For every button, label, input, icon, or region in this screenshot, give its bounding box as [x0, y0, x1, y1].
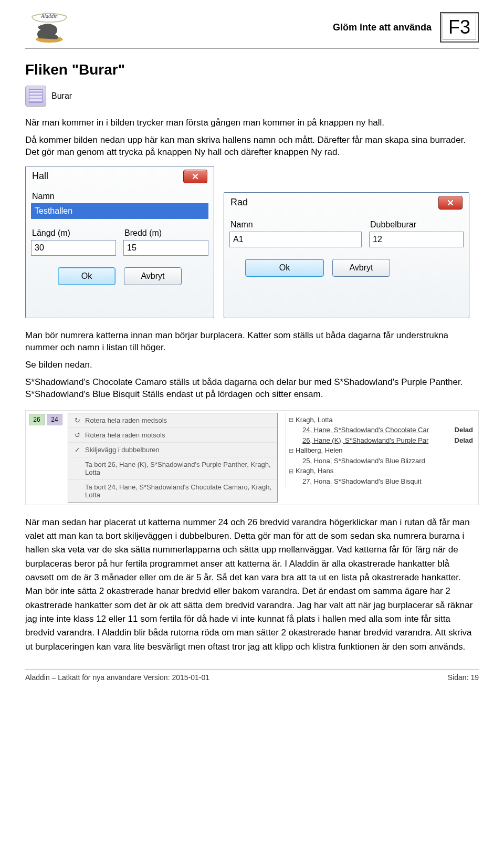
- hall-width-label: Bredd (m): [124, 228, 208, 238]
- svg-text:Aladdin: Aladdin: [40, 13, 58, 19]
- context-screenshot: 26 24 ↻ Rotera hela raden medsols ↺ Rote…: [25, 410, 479, 505]
- footer-left: Aladdin – Latkatt för nya användare Vers…: [25, 673, 209, 682]
- rotate-ccw-icon: ↺: [74, 431, 81, 438]
- cat-name: 26, Hane (K), S*Shadowland's Purple Par: [302, 435, 450, 446]
- collapse-icon: ⊟: [289, 467, 293, 476]
- paragraph-5: När man sedan har placerat ut katterna n…: [25, 516, 479, 654]
- dialog-hall-title: Hall: [32, 171, 48, 182]
- tree-owner[interactable]: ⊟Kragh, Lotta: [289, 415, 473, 425]
- cat-name: 25, Hona, S*Shadowland's Blue Blizzard: [302, 456, 473, 466]
- header-reminder: Glöm inte att använda: [333, 22, 432, 33]
- ctx-label: Rotera hela raden motsols: [85, 431, 165, 439]
- check-icon: ✓: [74, 446, 81, 453]
- owner-tree: ⊟Kragh, Lotta 24, Hane, S*Shadowland's C…: [285, 413, 476, 489]
- ctx-label: Ta bort 26, Hane (K), S*Shadowland's Pur…: [85, 461, 272, 476]
- rad-name-input[interactable]: [229, 232, 362, 247]
- hall-name-label: Namn: [32, 192, 208, 201]
- owner-name: Kragh, Lotta: [296, 415, 333, 425]
- cat-tag: Delad: [455, 435, 473, 446]
- footer-rule: [25, 670, 479, 670]
- ctx-divider[interactable]: ✓ Skiljevägg i dubbelburen: [68, 443, 277, 457]
- f3-key-box: F3: [440, 12, 479, 43]
- tree-cat[interactable]: 25, Hona, S*Shadowland's Blue Blizzard: [289, 456, 473, 466]
- hall-length-label: Längd (m): [32, 228, 116, 238]
- burar-tab-chip: Burar: [25, 86, 83, 107]
- context-menu: ↻ Rotera hela raden medsols ↺ Rotera hel…: [68, 413, 278, 503]
- dialog-rad-title: Rad: [230, 197, 248, 208]
- paragraph-3b: Se bilden nedan.: [25, 359, 479, 371]
- owner-name: Kragh, Hans: [296, 466, 333, 476]
- ctx-label: Skiljevägg i dubbelburen: [85, 446, 160, 454]
- blank-icon: [74, 487, 81, 495]
- footer-right: Sidan: 19: [448, 673, 479, 682]
- tree-cat[interactable]: 27, Hona, S*Shadowland's Blue Bisquit: [289, 476, 473, 487]
- owner-name: Hallberg, Helen: [296, 445, 343, 456]
- cat-name: 27, Hona, S*Shadowland's Blue Bisquit: [302, 476, 473, 487]
- tree-owner[interactable]: ⊟Kragh, Hans: [289, 466, 473, 476]
- cage-icon: [25, 86, 46, 107]
- ctx-rotate-cw[interactable]: ↻ Rotera hela raden medsols: [68, 413, 277, 428]
- section-title: Fliken "Burar": [25, 61, 479, 78]
- app-logo: Aladdin: [25, 11, 74, 44]
- paragraph-1: När man kommer in i bilden trycker man f…: [25, 117, 479, 129]
- close-button[interactable]: [183, 170, 207, 183]
- collapse-icon: ⊟: [289, 446, 293, 455]
- paragraph-4: S*Shadowland's Chocolate Camaro ställs u…: [25, 377, 479, 401]
- rad-name-label: Namn: [230, 220, 362, 229]
- ctx-rotate-ccw[interactable]: ↺ Rotera hela raden motsols: [68, 428, 277, 443]
- tree-cat[interactable]: 24, Hane, S*Shadowland's Chocolate CarDe…: [289, 425, 473, 435]
- rotate-cw-icon: ↻: [74, 416, 81, 424]
- paragraph-2: Då kommer bilden nedan upp här kan man s…: [25, 134, 479, 159]
- hall-name-input[interactable]: [31, 203, 208, 219]
- ctx-remove-24[interactable]: Ta bort 24, Hane, S*Shadowland's Chocola…: [68, 480, 277, 502]
- rad-ok-button[interactable]: Ok: [245, 259, 324, 277]
- rad-dub-input[interactable]: [369, 232, 464, 247]
- dialog-hall: Hall Namn Längd (m) Bredd (m) Ok Avb: [25, 166, 214, 318]
- ctx-label: Rotera hela raden medsols: [85, 416, 167, 424]
- hall-ok-button[interactable]: Ok: [58, 267, 116, 285]
- header-rule: [25, 48, 479, 49]
- close-icon: [447, 200, 454, 206]
- tree-owner[interactable]: ⊟Hallberg, Helen: [289, 445, 473, 456]
- rad-dub-label: Dubbelburar: [370, 220, 464, 229]
- close-icon: [192, 173, 198, 180]
- cat-tag: Delad: [455, 425, 473, 435]
- burar-tab-label: Burar: [51, 91, 72, 101]
- cat-name: 24, Hane, S*Shadowland's Chocolate Car: [302, 425, 450, 435]
- hall-width-input[interactable]: [123, 240, 208, 256]
- rad-cancel-button[interactable]: Avbryt: [332, 259, 390, 277]
- ctx-label: Ta bort 24, Hane, S*Shadowland's Chocola…: [85, 483, 272, 499]
- ctx-remove-26[interactable]: Ta bort 26, Hane (K), S*Shadowland's Pur…: [68, 457, 277, 480]
- hall-cancel-button[interactable]: Avbryt: [124, 267, 182, 285]
- close-button[interactable]: [438, 196, 463, 210]
- hall-length-input[interactable]: [31, 240, 116, 256]
- blank-icon: [74, 465, 81, 472]
- dialog-rad: Rad Namn Dubbelburar Ok Avbryt: [224, 192, 469, 318]
- cage-cell-26[interactable]: 26: [29, 414, 45, 425]
- collapse-icon: ⊟: [289, 415, 293, 424]
- cage-cell-24[interactable]: 24: [47, 414, 62, 425]
- tree-cat[interactable]: 26, Hane (K), S*Shadowland's Purple ParD…: [289, 435, 473, 446]
- paragraph-3: Man bör numrera katterna innan man börja…: [25, 330, 479, 354]
